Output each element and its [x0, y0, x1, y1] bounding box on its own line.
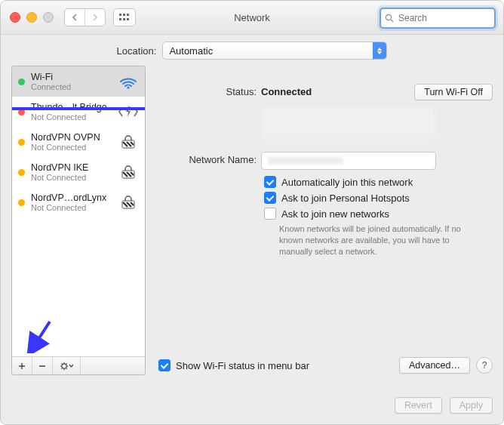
- network-preferences-window: Network Location: Automatic Wi-Fi Connec…: [0, 0, 504, 425]
- svg-line-7: [391, 20, 393, 22]
- location-select[interactable]: Automatic: [162, 42, 387, 60]
- service-name: NordVPN OVPN: [31, 132, 112, 143]
- vpn-lock-icon: [118, 164, 139, 180]
- status-dot-icon: [18, 109, 25, 115]
- service-name: NordVP…ordLynx: [31, 192, 112, 203]
- auto-join-label: Automatically join this network: [281, 177, 413, 188]
- svg-line-26: [61, 363, 62, 364]
- thunderbolt-bridge-icon: [118, 103, 139, 120]
- chevron-left-icon: [72, 14, 78, 21]
- ask-hotspot-checkbox[interactable]: [264, 192, 276, 204]
- redacted-network-name: [268, 157, 343, 165]
- show-menubar-label: Show Wi-Fi status in menu bar: [176, 360, 309, 371]
- svg-rect-0: [119, 14, 121, 16]
- service-row-wifi[interactable]: Wi-Fi Connected: [12, 66, 145, 97]
- status-dot-icon: [18, 79, 25, 85]
- service-status: Not Connected: [31, 143, 112, 152]
- auto-join-checkbox[interactable]: [264, 176, 276, 188]
- search-icon: [385, 14, 394, 23]
- remove-service-button[interactable]: [32, 357, 53, 374]
- status-dot-icon: [18, 199, 25, 206]
- back-button[interactable]: [65, 9, 85, 26]
- bottom-row: Show Wi-Fi status in menu bar Advanced… …: [158, 357, 493, 374]
- service-row-nordvpn-nordlynx[interactable]: NordVP…ordLynx Not Connected: [12, 187, 145, 217]
- network-name-label: Network Name:: [158, 152, 261, 165]
- revert-button[interactable]: Revert: [395, 397, 442, 414]
- plus-icon: [18, 362, 26, 370]
- add-service-button[interactable]: [12, 357, 32, 374]
- search-input[interactable]: [397, 12, 504, 24]
- service-name: Thunde…lt Bridge: [31, 102, 112, 112]
- apply-button[interactable]: Apply: [450, 397, 493, 414]
- svg-rect-3: [119, 18, 121, 20]
- svg-line-29: [66, 363, 67, 364]
- wifi-icon: [118, 73, 139, 90]
- redacted-info: [261, 108, 435, 138]
- ask-new-networks-checkbox[interactable]: [264, 208, 276, 220]
- service-row-nordvpn-ovpn[interactable]: NordVPN OVPN Not Connected: [12, 127, 145, 157]
- location-row: Location: Automatic: [1, 35, 503, 66]
- services-sidebar: Wi-Fi Connected Thunde…lt Bridge Not Con…: [11, 66, 146, 375]
- vpn-lock-icon: [118, 194, 139, 211]
- titlebar: Network: [1, 1, 503, 35]
- location-value: Automatic: [169, 45, 213, 57]
- service-status: Not Connected: [31, 173, 112, 182]
- service-row-thunderbolt-bridge[interactable]: Thunde…lt Bridge Not Connected: [12, 97, 145, 127]
- show-all-button[interactable]: [113, 8, 136, 26]
- service-status: Not Connected: [31, 112, 112, 122]
- svg-point-6: [386, 14, 391, 20]
- footer-buttons: Revert Apply: [395, 397, 493, 414]
- forward-button[interactable]: [85, 9, 105, 26]
- minus-icon: [38, 362, 46, 370]
- service-status: Not Connected: [31, 203, 112, 212]
- location-label: Location:: [117, 45, 157, 57]
- svg-rect-2: [127, 14, 129, 16]
- annotation-arrow-icon: [26, 319, 56, 353]
- svg-rect-5: [127, 18, 129, 20]
- search-field[interactable]: [380, 8, 496, 29]
- sidebar-tools: [12, 356, 145, 374]
- status-value: Connected: [261, 84, 312, 97]
- svg-rect-4: [123, 18, 125, 20]
- svg-line-28: [61, 368, 62, 368]
- help-button[interactable]: ?: [476, 357, 493, 374]
- vpn-lock-icon: [118, 134, 139, 150]
- close-button[interactable]: [10, 12, 20, 23]
- service-actions-button[interactable]: [53, 357, 81, 374]
- status-label: Status:: [158, 84, 261, 97]
- stepper-icon: [431, 158, 435, 164]
- advanced-button[interactable]: Advanced…: [399, 357, 470, 374]
- ask-new-networks-note: Known networks will be joined automatica…: [279, 223, 472, 257]
- zoom-button[interactable]: [43, 12, 54, 23]
- ask-hotspot-label: Ask to join Personal Hotspots: [281, 192, 410, 204]
- chevron-right-icon: [92, 14, 98, 21]
- service-row-nordvpn-ike[interactable]: NordVPN IKE Not Connected: [12, 157, 145, 187]
- minimize-button[interactable]: [26, 12, 37, 23]
- svg-rect-1: [123, 14, 125, 16]
- svg-point-8: [127, 86, 129, 88]
- ask-new-networks-label: Ask to join new networks: [281, 208, 389, 220]
- detail-pane: Status: Connected Turn Wi-Fi Off Network…: [158, 66, 493, 257]
- network-name-select[interactable]: [261, 152, 436, 170]
- service-name: NordVPN IKE: [31, 162, 112, 173]
- traffic-lights: [10, 12, 54, 23]
- service-name: Wi-Fi: [31, 72, 112, 82]
- grid-icon: [119, 14, 130, 21]
- status-dot-icon: [18, 139, 25, 146]
- nav-segment: [64, 8, 106, 26]
- show-menubar-checkbox[interactable]: [158, 359, 171, 371]
- stepper-icon: [373, 42, 386, 59]
- svg-line-27: [66, 368, 67, 368]
- svg-point-21: [62, 363, 66, 368]
- turn-wifi-off-button[interactable]: Turn Wi-Fi Off: [414, 84, 493, 100]
- service-status: Connected: [31, 82, 112, 91]
- status-dot-icon: [18, 169, 25, 176]
- gear-dropdown-icon: [60, 362, 73, 371]
